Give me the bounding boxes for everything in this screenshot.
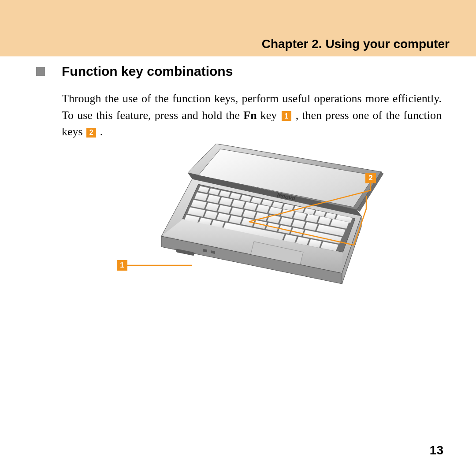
laptop-illustration: lenovo bbox=[145, 144, 383, 287]
figure-laptop: lenovo bbox=[117, 144, 390, 287]
content-area: Function key combinations Through the us… bbox=[36, 64, 442, 152]
para-text-4: . bbox=[97, 125, 103, 138]
figure-callout-1: 1 bbox=[117, 260, 127, 271]
section-heading-row: Function key combinations bbox=[36, 64, 442, 79]
header-band: Chapter 2. Using your computer bbox=[0, 0, 476, 56]
page-number: 13 bbox=[430, 443, 443, 457]
inline-callout-2: 2 bbox=[86, 128, 96, 138]
inline-callout-1: 1 bbox=[282, 111, 291, 121]
figure-callout-2: 2 bbox=[365, 173, 376, 183]
fn-key-label: Fn bbox=[243, 109, 257, 122]
section-title: Function key combinations bbox=[62, 64, 233, 79]
section-bullet-icon bbox=[36, 67, 45, 76]
section-paragraph: Through the use of the function keys, pe… bbox=[62, 90, 442, 140]
chapter-title: Chapter 2. Using your computer bbox=[262, 37, 450, 51]
para-text-2: key bbox=[257, 109, 281, 122]
